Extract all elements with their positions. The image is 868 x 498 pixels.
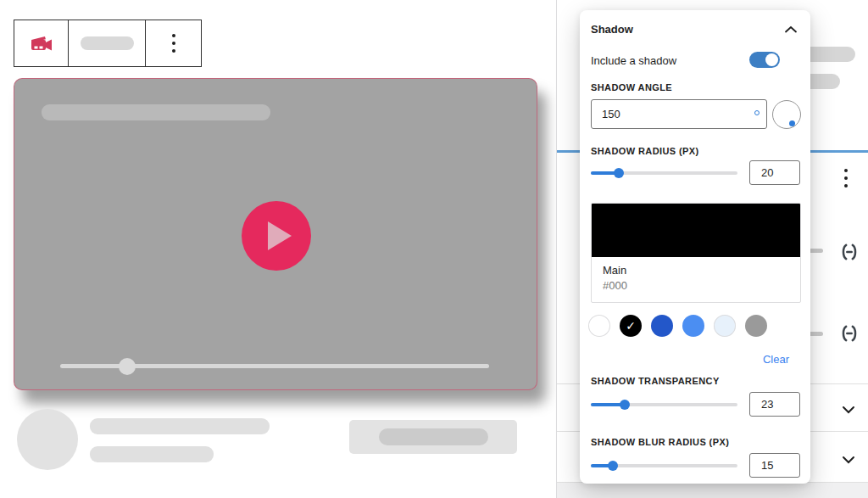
palette-swatch-pale-blue[interactable] [714,315,736,337]
slider-handle[interactable] [620,400,630,410]
color-palette: ✓ [588,315,767,337]
color-hex: #000 [603,279,800,292]
color-preview-swatch [592,204,800,257]
shadow-radius-input[interactable] [749,160,800,185]
sidebar-options-button[interactable] [844,169,848,187]
video-block[interactable] [14,78,537,390]
include-shadow-toggle[interactable] [749,52,780,68]
shadow-radius-label: SHADOW RADIUS (PX) [591,146,699,156]
link-icon[interactable] [838,241,860,263]
chevron-down-icon[interactable] [840,404,857,416]
toolbar-options-button[interactable] [145,20,201,66]
editor-canvas [0,0,556,498]
button-placeholder [349,420,517,454]
shadow-angle-input[interactable] [591,99,767,129]
sidebar-footer-band [557,483,868,498]
link-icon[interactable] [838,322,860,344]
video-progress-handle[interactable] [119,358,136,375]
palette-swatch-gray[interactable] [745,315,767,337]
shadow-color-card[interactable]: Main #000 [591,203,801,303]
avatar-placeholder [17,409,78,470]
include-shadow-label: Include a shadow [591,54,676,67]
toggle-knob [765,53,778,66]
palette-swatch-dark-blue[interactable] [651,315,673,337]
slider-fill [591,171,619,175]
video-block-type-button[interactable] [14,20,68,66]
shadow-settings-panel: Shadow Include a shadow SHADOW ANGLE SHA… [580,10,810,484]
shadow-angle-label: SHADOW ANGLE [591,82,672,92]
palette-swatch-blue[interactable] [682,315,704,337]
shadow-transparency-slider[interactable] [591,403,737,406]
play-button[interactable] [242,201,311,271]
color-info: Main #000 [592,257,800,292]
check-icon: ✓ [626,320,636,332]
drag-handle-placeholder[interactable] [68,20,145,66]
slider-handle[interactable] [614,168,624,178]
text-line-placeholder [90,446,214,462]
palette-swatch-black-selected[interactable]: ✓ [620,315,642,337]
chevron-up-icon[interactable] [783,25,798,35]
panel-title: Shadow [591,23,633,36]
video-title-placeholder [42,104,270,120]
block-toolbar [14,20,202,67]
slider-fill [591,403,625,406]
text-line-placeholder [90,418,270,434]
angle-dial[interactable] [772,100,801,129]
chevron-down-icon[interactable] [840,454,857,466]
angle-dial-dot[interactable] [789,120,795,126]
color-name: Main [603,264,800,277]
video-camera-icon [29,32,54,54]
play-icon [268,221,292,250]
button-label-placeholder [379,428,488,445]
shadow-transparency-label: SHADOW TRANSPARENCY [591,376,720,386]
palette-swatch-white[interactable] [588,315,610,337]
degrees-icon [754,110,760,115]
shadow-radius-slider[interactable] [591,171,737,175]
clear-color-link[interactable]: Clear [763,353,789,366]
shadow-blur-label: SHADOW BLUR RADIUS (PX) [591,437,729,447]
shadow-blur-input[interactable] [749,453,800,478]
sidebar-text-placeholder [803,47,855,62]
toolbar-placeholder-pill [81,36,134,50]
kebab-menu-icon [172,34,175,53]
slider-fill [591,464,613,467]
shadow-transparency-input[interactable] [749,392,800,417]
slider-handle[interactable] [608,461,618,471]
shadow-blur-slider[interactable] [591,464,737,467]
